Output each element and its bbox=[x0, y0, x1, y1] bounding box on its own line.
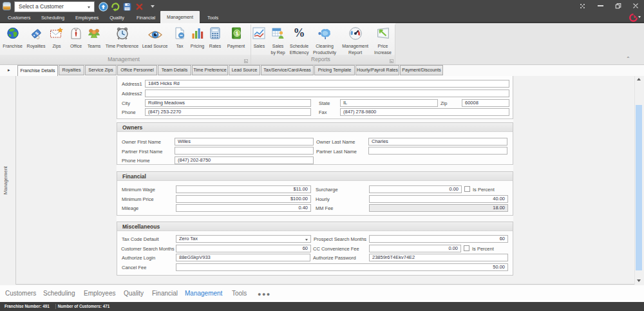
svg-text:$: $ bbox=[235, 30, 238, 37]
